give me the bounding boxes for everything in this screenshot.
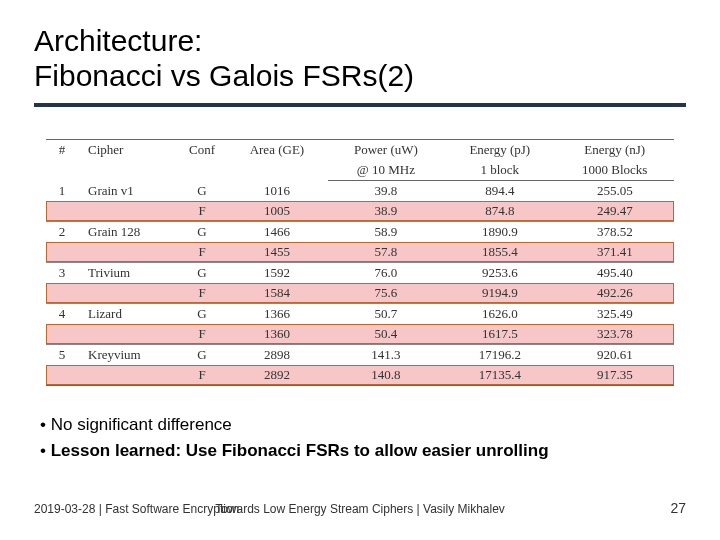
bullet-list: No significant difference Lesson learned… <box>0 394 720 463</box>
title-line-1: Architecture: <box>34 24 202 57</box>
bullet-2: Lesson learned: Use Fibonacci FSRs to al… <box>40 438 680 464</box>
cell-area: 2892 <box>226 365 328 386</box>
cell-power: 76.0 <box>328 263 444 284</box>
cell-power: 50.7 <box>328 304 444 325</box>
footer-center: Towards Low Energy Stream Ciphers | Vasi… <box>215 502 505 516</box>
col-energy2-header: Energy (nJ) <box>556 140 675 161</box>
cell-e1: 9194.9 <box>444 283 555 304</box>
cell-power: 75.6 <box>328 283 444 304</box>
cell-e2: 920.61 <box>556 345 675 366</box>
cell-cipher: Grain v1 <box>78 181 178 202</box>
table-row: F158475.69194.9492.26 <box>46 283 674 304</box>
cell-power: 140.8 <box>328 365 444 386</box>
cell-num: 2 <box>46 222 78 243</box>
cell-e2: 371.41 <box>556 242 675 263</box>
cell-conf: G <box>178 222 226 243</box>
title-rule <box>34 103 686 107</box>
col-power-header: Power (uW) <box>328 140 444 161</box>
col-num-header: # <box>46 140 78 181</box>
table-row: F2892140.817135.4917.35 <box>46 365 674 386</box>
cell-cipher <box>78 365 178 386</box>
cell-e1: 874.8 <box>444 201 555 222</box>
title-line-2: Fibonacci vs Galois FSRs(2) <box>34 59 414 92</box>
table-row: F100538.9874.8249.47 <box>46 201 674 222</box>
cell-cipher: Trivium <box>78 263 178 284</box>
header-row-1: # Cipher Conf Area (GE) Power (uW) Energ… <box>46 140 674 161</box>
cell-num <box>46 283 78 304</box>
cell-num <box>46 365 78 386</box>
cell-num: 1 <box>46 181 78 202</box>
cell-e2: 917.35 <box>556 365 675 386</box>
table-row: F136050.41617.5323.78 <box>46 324 674 345</box>
cell-area: 1592 <box>226 263 328 284</box>
cell-e1: 17135.4 <box>444 365 555 386</box>
slide: Architecture: Fibonacci vs Galois FSRs(2… <box>0 0 720 540</box>
cell-conf: G <box>178 304 226 325</box>
col-energy1-sub: 1 block <box>444 160 555 181</box>
cell-conf: F <box>178 201 226 222</box>
cell-area: 1005 <box>226 201 328 222</box>
cell-num: 4 <box>46 304 78 325</box>
table-head: # Cipher Conf Area (GE) Power (uW) Energ… <box>46 140 674 181</box>
cell-e2: 325.49 <box>556 304 675 325</box>
cell-e1: 1890.9 <box>444 222 555 243</box>
col-energy2-sub: 1000 Blocks <box>556 160 675 181</box>
cell-conf: G <box>178 345 226 366</box>
cell-conf: F <box>178 283 226 304</box>
cell-power: 50.4 <box>328 324 444 345</box>
cell-conf: G <box>178 181 226 202</box>
table-row: 5KreyviumG2898141.317196.2920.61 <box>46 345 674 366</box>
slide-title: Architecture: Fibonacci vs Galois FSRs(2… <box>34 24 686 93</box>
cell-e2: 323.78 <box>556 324 675 345</box>
table-row: 2Grain 128G146658.91890.9378.52 <box>46 222 674 243</box>
cell-area: 1455 <box>226 242 328 263</box>
cell-e2: 492.26 <box>556 283 675 304</box>
cell-power: 58.9 <box>328 222 444 243</box>
footer-left: 2019-03-28 | Fast Software Encryption <box>34 502 239 516</box>
cell-e1: 1855.4 <box>444 242 555 263</box>
cell-cipher <box>78 283 178 304</box>
col-power-sub: @ 10 MHz <box>328 160 444 181</box>
cell-num <box>46 324 78 345</box>
cell-area: 1016 <box>226 181 328 202</box>
cell-conf: F <box>178 242 226 263</box>
cell-conf: F <box>178 324 226 345</box>
bullet-1: No significant difference <box>40 412 680 438</box>
table-row: F145557.81855.4371.41 <box>46 242 674 263</box>
table-row: 3TriviumG159276.09253.6495.40 <box>46 263 674 284</box>
cell-num: 5 <box>46 345 78 366</box>
cell-e2: 255.05 <box>556 181 675 202</box>
table-row: 4LizardG136650.71626.0325.49 <box>46 304 674 325</box>
cell-num <box>46 242 78 263</box>
cell-conf: G <box>178 263 226 284</box>
cell-cipher: Grain 128 <box>78 222 178 243</box>
cell-power: 57.8 <box>328 242 444 263</box>
col-area-header: Area (GE) <box>226 140 328 181</box>
cell-e2: 378.52 <box>556 222 675 243</box>
bullet-2-rest: Use Fibonacci FSRs to allow easier unrol… <box>181 441 548 460</box>
cell-cipher <box>78 201 178 222</box>
cell-num <box>46 201 78 222</box>
cell-e1: 1626.0 <box>444 304 555 325</box>
bullet-2-lead: Lesson learned: <box>51 441 181 460</box>
cell-area: 1466 <box>226 222 328 243</box>
cell-area: 2898 <box>226 345 328 366</box>
table-body: 1Grain v1G101639.8894.4255.05F100538.987… <box>46 181 674 386</box>
cell-cipher: Kreyvium <box>78 345 178 366</box>
cell-power: 141.3 <box>328 345 444 366</box>
cell-e1: 9253.6 <box>444 263 555 284</box>
cell-cipher: Lizard <box>78 304 178 325</box>
col-conf-header: Conf <box>178 140 226 181</box>
col-cipher-header: Cipher <box>78 140 178 181</box>
cell-conf: F <box>178 365 226 386</box>
title-block: Architecture: Fibonacci vs Galois FSRs(2… <box>0 0 720 115</box>
slide-footer: 2019-03-28 | Fast Software Encryption To… <box>0 500 720 516</box>
col-energy1-header: Energy (pJ) <box>444 140 555 161</box>
cell-num: 3 <box>46 263 78 284</box>
comparison-table-wrap: # Cipher Conf Area (GE) Power (uW) Energ… <box>0 115 720 394</box>
cell-e1: 894.4 <box>444 181 555 202</box>
comparison-table: # Cipher Conf Area (GE) Power (uW) Energ… <box>46 139 674 386</box>
cell-e1: 17196.2 <box>444 345 555 366</box>
page-number: 27 <box>670 500 686 516</box>
table-row: 1Grain v1G101639.8894.4255.05 <box>46 181 674 202</box>
